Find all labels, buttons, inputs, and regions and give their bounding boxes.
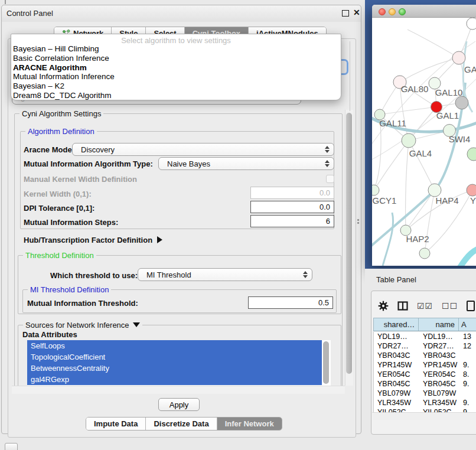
mi-steps-field[interactable]: 6	[250, 215, 334, 227]
network-node-hap4[interactable]	[428, 184, 441, 197]
table-cell: YLR345W	[419, 398, 459, 407]
mi-steps-label: Mutual Information Steps:	[24, 218, 118, 227]
network-node-gal4[interactable]	[402, 133, 416, 148]
algorithm-item[interactable]: Bayesian – Hill Climbing	[11, 44, 341, 54]
network-node-label: SWI4	[449, 134, 471, 144]
attribute-item[interactable]: gal4RGexp	[27, 374, 322, 385]
table-cell: YBL079W	[374, 389, 419, 398]
table-row[interactable]: YBR045CYBR045C9.	[374, 379, 476, 389]
clipped-bottom-button[interactable]	[5, 443, 18, 450]
network-node-label: Y	[470, 195, 476, 206]
table-row[interactable]: YDL19…YDL19…13	[374, 332, 476, 341]
list-scrollbar-thumb[interactable]	[323, 341, 329, 384]
settings-vertical-scrollbar-thumb[interactable]	[346, 113, 352, 374]
unchecked-columns-icon[interactable]: ☐☐	[442, 301, 458, 311]
mi-threshold-field[interactable]: 0.5	[248, 296, 333, 309]
data-attributes-label: Data Attributes	[22, 330, 77, 339]
network-canvas[interactable]: GALGAL80GAL10GAL1GAL11SWI4GAL4GCY1HAP4YH…	[372, 18, 476, 266]
table-cell: YDR27…	[419, 341, 459, 351]
sources-group-toggle[interactable]: Sources for Network Inference	[23, 321, 142, 330]
mac-minimize-button[interactable]	[389, 8, 396, 15]
algorithm-definition-title: Algorithm Definition	[25, 127, 97, 136]
table-cell: YER054C	[419, 370, 459, 379]
tab-infer-network[interactable]: Infer Network	[217, 418, 282, 430]
float-window-icon[interactable]	[342, 10, 349, 17]
mi-type-combo[interactable]: Naive Bayes	[158, 157, 334, 170]
document-icon[interactable]	[467, 301, 475, 311]
network-view-window: GALGAL80GAL10GAL1GAL11SWI4GAL4GCY1HAP4YH…	[372, 5, 476, 266]
kernel-width-label: Kernel Width (0,1):	[24, 190, 92, 198]
kernel-width-field[interactable]: 0.0	[250, 187, 334, 199]
sources-group-title: Sources for Network Inference	[25, 321, 129, 330]
network-node-label: GAL	[464, 64, 476, 74]
network-window-titlebar[interactable]	[372, 5, 476, 18]
table-cell: 12	[459, 341, 476, 351]
table-horizontal-scrollbar[interactable]	[372, 412, 476, 420]
mac-zoom-button[interactable]	[399, 8, 406, 15]
hub-definition-toggle[interactable]: Hub/Transcription Factor Definition	[24, 236, 162, 244]
aracne-mode-combo[interactable]: Discovery	[72, 143, 334, 156]
mi-threshold-group-title: MI Threshold Definition	[28, 285, 111, 294]
table-cell: YBR045C	[419, 379, 459, 389]
table-cell: YER054C	[374, 370, 419, 379]
network-node-label: HAP4	[435, 195, 458, 206]
table-cell: YDR27…	[374, 341, 419, 351]
algorithm-item[interactable]: Mutual Information Inference	[11, 72, 341, 81]
network-node-label: GAL80	[401, 84, 429, 94]
gear-icon[interactable]	[378, 301, 389, 311]
network-node[interactable]	[467, 18, 476, 30]
table-column-header[interactable]: A	[459, 318, 476, 331]
table-row[interactable]: YER054CYER054C8.	[374, 370, 476, 379]
table-row[interactable]: YBR043CYBR043C	[374, 351, 476, 360]
network-node-y[interactable]	[467, 184, 476, 196]
network-node[interactable]	[467, 148, 476, 161]
network-node[interactable]	[419, 248, 430, 259]
algorithm-item[interactable]: ARACNE Algorithm	[11, 63, 341, 73]
settings-horizontal-scrollbar[interactable]	[12, 386, 345, 394]
table-row[interactable]: YDR27…YDR27…12	[374, 341, 476, 351]
table-cell	[459, 351, 476, 360]
apply-button[interactable]: Apply	[158, 398, 200, 411]
table-row[interactable]: YPR145WYPR145W9.	[374, 360, 476, 370]
group-border-fragment	[350, 41, 350, 111]
table-column-header[interactable]: name	[419, 318, 459, 331]
checked-columns-icon[interactable]: ☑☑	[417, 301, 433, 311]
table-cell: YPR145W	[419, 360, 459, 370]
which-threshold-combo[interactable]: MI Threshold	[138, 268, 312, 281]
which-threshold-value: MI Threshold	[146, 270, 191, 279]
hub-definition-label: Hub/Transcription Factor Definition	[24, 236, 152, 244]
table-column-header[interactable]: shared…	[374, 318, 419, 331]
dpi-tolerance-field[interactable]: 0.0	[250, 201, 334, 213]
network-node-gcy1[interactable]	[372, 185, 379, 195]
tab-discretize-data[interactable]: Discretize Data	[146, 418, 217, 430]
tab-impute-data[interactable]: Impute Data	[86, 418, 146, 430]
algorithm-item[interactable]: Bayesian – K2	[11, 81, 341, 91]
stepper-arrows-icon	[303, 271, 308, 278]
close-icon[interactable]: ✕	[353, 8, 360, 17]
settings-group-title: Cyni Algorithm Settings	[19, 109, 103, 118]
attribute-item[interactable]: BetweennessCentrality	[27, 363, 322, 374]
table-cell: YBL079W	[419, 389, 459, 398]
algorithm-placeholder: Select algorithm to view settings	[11, 34, 341, 44]
attribute-item[interactable]: TopologicalCoefficient	[27, 351, 322, 363]
table-cell: YBR043C	[374, 351, 419, 360]
mac-close-button[interactable]	[379, 8, 386, 15]
manual-kernel-checkbox[interactable]	[326, 175, 334, 183]
table-cell: YBR043C	[419, 351, 459, 360]
clipped-toolbar-tick	[5, 0, 6, 4]
attribute-item[interactable]: SelfLoops	[27, 340, 322, 351]
table-row[interactable]: YBL079WYBL079W	[374, 389, 476, 398]
algorithm-item[interactable]: Basic Correlation Inference	[11, 54, 341, 63]
table-cell: YBR045C	[374, 379, 419, 389]
network-node[interactable]	[455, 96, 468, 109]
columns-icon[interactable]	[397, 301, 408, 311]
splitter-grip[interactable]	[357, 219, 360, 224]
network-node-gal[interactable]	[452, 51, 465, 64]
collapse-down-icon	[133, 322, 140, 327]
table-cell: 9.	[459, 398, 476, 407]
table-row[interactable]: YLR345WYLR345W9.	[374, 398, 476, 407]
network-node-label: HAP2	[406, 234, 429, 244]
algorithm-item[interactable]: Dream8 DC_TDC Algorithm	[11, 91, 341, 100]
tab-label: Infer Network	[225, 419, 274, 428]
node-table: shared…nameA	[373, 318, 476, 331]
